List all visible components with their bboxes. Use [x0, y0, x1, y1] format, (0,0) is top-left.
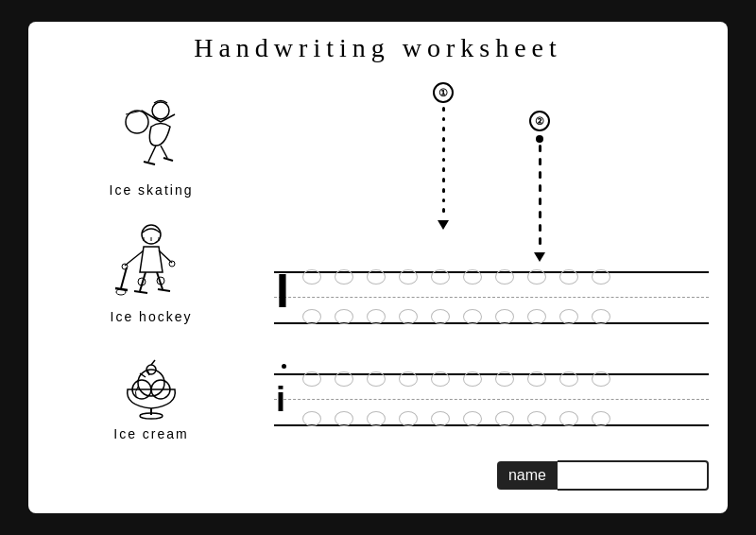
- oval: [335, 309, 353, 324]
- oval: [559, 411, 578, 426]
- oval: [592, 309, 610, 324]
- oval: [463, 309, 482, 324]
- oval: [431, 269, 450, 285]
- oval: [367, 309, 386, 324]
- oval: [495, 309, 514, 324]
- svg-line-23: [158, 289, 170, 291]
- oval: [335, 411, 353, 426]
- dashed-arrow-1: [442, 107, 445, 230]
- oval-guides-bottom-2: [302, 411, 709, 426]
- guide-number-1: ①: [433, 82, 454, 103]
- oval: [592, 411, 610, 426]
- oval: [527, 411, 546, 426]
- oval: [335, 269, 353, 285]
- svg-line-22: [134, 291, 147, 293]
- line-mid-dashed: [274, 297, 709, 298]
- worksheet: Handwriting worksheet: [28, 22, 728, 513]
- oval: [527, 371, 546, 387]
- oval: [367, 411, 386, 426]
- right-panel: ①: [255, 73, 709, 491]
- ice-skater-icon: [109, 94, 194, 179]
- illustration-ice-cream: Ice cream: [113, 347, 189, 441]
- oval: [592, 269, 610, 285]
- oval: [431, 411, 450, 426]
- svg-point-16: [169, 261, 175, 267]
- writing-row-uppercase: I: [274, 271, 709, 322]
- label-ice-skating: Ice skating: [110, 182, 194, 198]
- svg-line-1: [142, 111, 161, 122]
- letter-guides: ①: [274, 73, 709, 262]
- oval: [592, 371, 610, 387]
- practice-letter-i: i: [276, 383, 285, 417]
- ice-cream-icon: [113, 347, 189, 423]
- oval: [495, 371, 514, 387]
- oval: [335, 371, 353, 387]
- name-field: name: [497, 460, 709, 491]
- illustration-ice-hockey: Ice hockey: [104, 220, 198, 324]
- svg-line-20: [140, 272, 146, 291]
- svg-line-32: [151, 360, 155, 365]
- svg-line-5: [144, 162, 155, 164]
- guide-number-2: ②: [529, 111, 550, 131]
- oval: [559, 371, 578, 387]
- oval: [495, 269, 514, 285]
- oval: [463, 411, 482, 426]
- illustration-ice-skating: Ice skating: [109, 94, 194, 198]
- writing-row-lowercase: i: [274, 373, 709, 424]
- oval: [302, 309, 321, 324]
- oval-guides-top: [302, 269, 709, 285]
- line-mid-dashed-2: [274, 399, 709, 400]
- content-area: Ice skating: [47, 73, 709, 491]
- oval: [367, 269, 386, 285]
- oval: [559, 269, 578, 285]
- svg-line-4: [161, 146, 167, 158]
- oval: [527, 269, 546, 285]
- oval: [399, 411, 418, 426]
- guide-uppercase-I: ①: [433, 82, 454, 230]
- oval: [495, 411, 514, 426]
- oval: [559, 309, 578, 324]
- dot-i-practice: [282, 364, 286, 369]
- oval: [367, 371, 386, 387]
- oval: [399, 309, 418, 324]
- svg-line-3: [148, 146, 156, 162]
- practice-letter-I: I: [276, 268, 289, 315]
- name-label: name: [497, 461, 558, 490]
- oval: [527, 309, 546, 324]
- name-input[interactable]: [558, 460, 709, 491]
- oval-guides-bottom: [302, 309, 709, 324]
- svg-line-6: [163, 158, 173, 161]
- oval: [399, 269, 418, 285]
- dot-above-i: [536, 135, 543, 143]
- svg-line-17: [121, 268, 127, 288]
- label-ice-cream: Ice cream: [113, 426, 188, 441]
- guide-lowercase-i: ②: [529, 111, 550, 268]
- oval: [302, 269, 321, 285]
- left-panel: Ice skating: [47, 73, 255, 491]
- dashed-arrow-2: [539, 145, 541, 268]
- label-ice-hockey: Ice hockey: [111, 309, 193, 324]
- svg-point-0: [152, 102, 169, 119]
- oval: [302, 411, 321, 426]
- hockey-player-icon: [104, 220, 198, 305]
- oval: [302, 371, 321, 387]
- oval: [463, 371, 482, 387]
- oval: [463, 269, 482, 285]
- oval-guides-top-2: [302, 371, 709, 387]
- oval: [431, 309, 450, 324]
- svg-line-21: [157, 272, 163, 289]
- page-title: Handwriting worksheet: [47, 33, 709, 63]
- oval: [431, 371, 450, 387]
- oval: [399, 371, 418, 387]
